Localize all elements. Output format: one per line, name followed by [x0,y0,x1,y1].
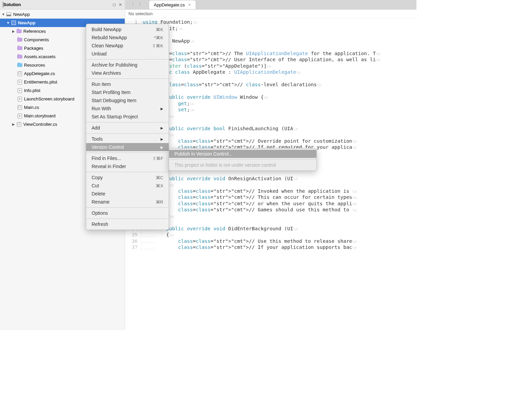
menu-delete[interactable]: Delete [86,190,169,198]
menu-label: Tools [92,136,103,142]
tree-label: NewApp [18,20,35,25]
chevron-right-icon[interactable]: ▶ [11,29,16,33]
file-plist-icon: ≡ [17,88,22,93]
menu-separator [86,153,169,153]
solution-header: Solution ◻ ✕ [0,0,125,9]
close-icon[interactable]: × [188,2,191,7]
project-icon [11,21,16,25]
menu-add[interactable]: Add▶ [86,124,169,132]
breadcrumb[interactable]: No selection [125,9,416,18]
menu-label: Clean NewApp [92,43,123,48]
tree-label: References [23,29,46,34]
tree-label: Packages [24,46,43,51]
menu-label: Rename [92,199,110,205]
menu-label: Cut [92,183,99,188]
menu-label: Build NewApp [92,27,121,32]
menu-separator [86,207,169,208]
menu-label: Copy [92,175,103,180]
menu-find-in-files-[interactable]: Find in Files...⇧⌘F [86,154,169,162]
menu-clean-newapp[interactable]: Clean NewApp⇧⌘K [86,42,169,50]
file-cs-icon: {} [17,105,22,110]
file-plist-icon: ≡ [17,80,22,85]
chevron-right-icon: ▶ [161,137,163,141]
folder-purple-icon [17,46,22,51]
shortcut: ⇧⌘F [152,156,163,161]
menu-archive-for-publishing[interactable]: Archive for Publishing [86,61,169,69]
menu-run-with[interactable]: Run With▶ [86,104,169,113]
menu-separator [86,78,169,79]
file-cs-icon: {} [16,122,22,127]
nav-back-icon[interactable]: 〈 [129,2,134,8]
file-cs-icon: {} [17,71,22,76]
menu-start-debugging-item[interactable]: Start Debugging Item [86,96,169,104]
tree-label: ViewController.cs [23,122,57,127]
menu-label: Add [92,125,100,131]
folder-blue-icon [17,63,22,68]
menu-version-control[interactable]: Version Control▶ [86,143,169,151]
solution-icon [6,12,11,17]
tree-label: Resources [24,63,45,68]
menu-separator [86,172,169,172]
menu-rebuild-newapp[interactable]: Rebuild NewApp^⌘K [86,33,169,42]
menu-label: Find in Files... [92,156,121,161]
menu-separator [169,159,316,160]
tree-label: LaunchScreen.storyboard [24,96,74,101]
context-menu: Build NewApp⌘KRebuild NewApp^⌘KClean New… [86,24,169,230]
shortcut: ^⌘K [154,35,163,40]
panel-float-icon[interactable]: ◻ [113,2,116,7]
tree-label: NewApp [13,12,30,17]
chevron-right-icon[interactable]: ▶ [11,122,16,126]
menu-options[interactable]: Options [86,209,169,217]
chevron-down-icon[interactable]: ▼ [1,13,5,16]
folder-purple-icon [16,29,22,34]
file-sb-icon: ⊞ [17,97,22,101]
file-sb-icon: ⊞ [17,114,22,118]
menu-label: This project or folder is not under vers… [174,162,276,168]
chevron-right-icon: ▶ [161,145,163,149]
menu-refresh[interactable]: Refresh [86,220,169,228]
menu-tools[interactable]: Tools▶ [86,135,169,143]
menu-label: Options [92,210,108,216]
code-content[interactable]: using Foundation;\nusing UIKit;\nnamespa… [141,18,380,251]
folder-purple-icon [17,54,22,59]
menu-set-as-startup-project[interactable]: Set As Startup Project [86,113,169,121]
menu-label: Reveal in Finder [92,164,126,169]
menu-unload[interactable]: Unload [86,50,169,58]
menu-publish-version-control[interactable]: Publish in Version Control... [169,150,316,158]
shortcut: ⌘K [156,27,163,32]
menu-build-newapp[interactable]: Build NewApp⌘K [86,25,169,33]
folder-purple-icon [17,38,22,42]
menu-view-archives[interactable]: View Archives [86,69,169,77]
chevron-down-icon[interactable]: ▼ [6,21,10,25]
chevron-right-icon: ▶ [161,126,163,130]
menu-vc-note: This project or folder is not under vers… [169,161,316,169]
menu-label: Version Control [92,144,124,150]
panel-close-icon[interactable]: ✕ [119,2,122,7]
menu-start-profiling-item[interactable]: Start Profiling Item [86,88,169,96]
menu-separator [86,122,169,122]
tab-title: AppDelegate.cs [154,2,185,7]
tree-label: Main.storyboard [24,113,55,118]
tree-solution-root[interactable]: ▼ NewApp [0,10,125,19]
nav-forward-icon[interactable]: 〉 [139,2,143,8]
menu-separator [86,218,169,219]
solution-title: Solution [3,2,113,7]
tree-label: Assets.xcassets [24,54,55,59]
tree-label: AppDelegate.cs [24,71,55,76]
menu-copy[interactable]: Copy⌘C [86,173,169,182]
tree-label: Components [24,37,49,42]
menu-label: Refresh [92,221,108,227]
tree-label: Info.plist [24,88,40,93]
menu-cut[interactable]: Cut⌘X [86,182,169,190]
shortcut: ⌘C [156,175,163,180]
menu-label: Start Debugging Item [92,98,136,103]
menu-label: Rebuild NewApp [92,35,127,40]
menu-label: Start Profiling Item [92,90,130,95]
menu-label: Unload [92,51,106,56]
menu-run-item[interactable]: Run Item [86,80,169,88]
menu-rename[interactable]: Rename⌘R [86,198,169,206]
editor-tab[interactable]: AppDelegate.cs × [149,0,196,9]
tree-label: Main.cs [24,105,39,110]
menu-label: Run With [92,106,111,111]
menu-reveal-in-finder[interactable]: Reveal in Finder [86,162,169,170]
